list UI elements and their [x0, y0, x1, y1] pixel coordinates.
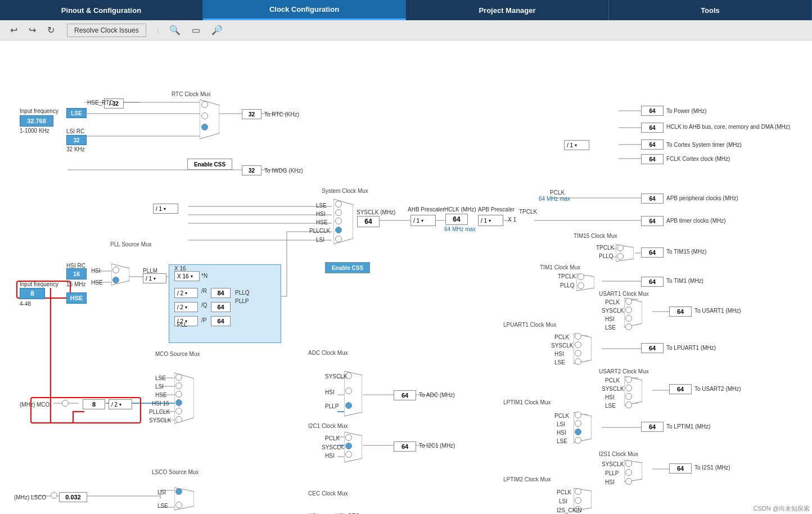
rtc-sel-lse[interactable] — [201, 112, 208, 119]
hclk-max: 64 MHz max — [444, 226, 476, 232]
rtc-sel-lsi[interactable] — [201, 124, 208, 130]
nav-project[interactable]: Project Manager — [406, 0, 609, 20]
mco-sel-hsi16[interactable] — [175, 399, 182, 406]
refresh-button[interactable]: ↻ — [44, 24, 58, 37]
nav-pinout[interactable]: Pinout & Configuration — [0, 0, 203, 20]
lsi-rc-block[interactable]: 32 — [66, 135, 87, 145]
lpuart1-sel-hsi[interactable] — [575, 350, 581, 357]
nav-tools[interactable]: Tools — [609, 0, 812, 20]
sysclk-label: SYSCLK (MHz) — [357, 209, 395, 215]
lptim1-sel-hsi[interactable] — [575, 429, 581, 435]
to-power-val: 64 — [641, 106, 664, 116]
sysclk-block[interactable]: 64 — [357, 216, 380, 227]
to-ahb-val: 64 — [641, 123, 664, 133]
sys-sel-hsi[interactable] — [335, 209, 342, 216]
tim1-sel-tpclk[interactable] — [578, 273, 584, 280]
usart1-sel-lse[interactable] — [625, 323, 632, 330]
hsi-rc-block[interactable]: 16 — [66, 268, 87, 279]
usart1-sel-sysclk[interactable] — [625, 306, 632, 313]
lpuart1-sel-sysclk[interactable] — [575, 341, 581, 348]
hse-rtc-line-label: HSE_RTC — [87, 100, 114, 106]
enable-css-top[interactable]: Enable CSS — [187, 159, 232, 170]
div1-mid-dropdown[interactable]: / 1 — [564, 140, 589, 150]
mco-sel-hse[interactable] — [175, 391, 182, 398]
input-freq-range-top: 1-1000 KHz — [20, 128, 49, 134]
input-freq-value-top[interactable]: 32.768 — [20, 115, 53, 127]
lpuart1-sel-pclk[interactable] — [575, 333, 581, 340]
usart2-sel-lse[interactable] — [625, 402, 632, 408]
lsco-sel-lsi[interactable] — [175, 488, 182, 495]
clock-config-canvas: RTC Clock Mux / 32 HSE_RTC 32 To RTC (KH… — [0, 40, 812, 514]
mco-div-dropdown[interactable]: / 2 — [109, 399, 132, 409]
adc-sel-pllp[interactable] — [345, 402, 352, 409]
enable-css-btn[interactable]: Enable CSS — [325, 262, 370, 273]
pllm-dropdown[interactable]: / 1 — [143, 273, 166, 283]
lptim2-sel-pclk[interactable] — [575, 488, 581, 495]
lptim1-value-block: 64 — [641, 422, 664, 432]
sys-sel-pllclk[interactable] — [335, 227, 342, 233]
i2c1-sel-hsi[interactable] — [345, 451, 352, 458]
lptim1-sel-lsi[interactable] — [575, 420, 581, 427]
zoom-out-button[interactable]: 🔎 — [208, 24, 226, 37]
i2c1-sel-sysclk[interactable] — [345, 443, 352, 449]
tim15-sel-pllq[interactable] — [617, 253, 624, 260]
tim15-sel-tpclk[interactable] — [617, 245, 624, 251]
hse-input-value[interactable]: 8 — [20, 288, 45, 299]
apb-timer-label: APB timer clocks (MHz) — [666, 218, 726, 224]
mco-sel-pllclk[interactable] — [175, 408, 182, 414]
tim1-sel-pllq[interactable] — [578, 282, 584, 289]
pll-sel-hsi[interactable] — [112, 267, 119, 273]
lse-block[interactable]: LSE — [66, 108, 87, 118]
pllr-div-dropdown[interactable]: / 2 — [174, 288, 198, 298]
sys-sel-lse[interactable] — [335, 201, 342, 208]
adc-sel-hsi[interactable] — [345, 387, 352, 394]
lptim2-sel-lsi[interactable] — [575, 497, 581, 504]
mco-output-sel[interactable] — [62, 400, 69, 407]
i2s1-sel-hsi[interactable] — [625, 478, 632, 485]
lptim1-sel-lse[interactable] — [575, 437, 581, 444]
pll-sel-hse[interactable] — [112, 277, 119, 283]
usart2-label: To USART2 (MHz) — [694, 386, 741, 392]
usart1-sel-pclk[interactable] — [625, 298, 632, 305]
pllq-label: /Q — [201, 302, 207, 308]
tim15-clk-mux-label: TIM15 Clock Mux — [574, 233, 617, 239]
pllr-label: /R — [201, 288, 207, 294]
zoom-in-button[interactable]: 🔍 — [166, 24, 184, 37]
usart2-sel-hsi[interactable] — [625, 393, 632, 400]
sys-sel-hse[interactable] — [335, 218, 342, 224]
redo-button[interactable]: ↪ — [25, 24, 39, 37]
lptim1-sel-pclk[interactable] — [575, 412, 581, 418]
mco-sel-lse[interactable] — [175, 374, 182, 381]
hse-block[interactable]: HSE — [66, 292, 87, 304]
lsi-rc-freq: 32 KHz — [66, 146, 85, 152]
pllr-value: 84 — [211, 288, 231, 298]
rtc-label: To RTC (KHz) — [264, 111, 299, 118]
plln-dropdown[interactable]: X 16 — [174, 271, 200, 281]
lsco-output-sel[interactable] — [51, 492, 57, 499]
hclk-block[interactable]: 64 — [445, 214, 468, 225]
lpuart1-sel-lse[interactable] — [575, 358, 581, 365]
nav-clock[interactable]: Clock Configuration — [203, 0, 406, 20]
hclk-label: HCLK (MHz) — [444, 206, 476, 213]
lsco-sel-lse[interactable] — [175, 502, 182, 508]
sys-sel-lsi[interactable] — [335, 236, 342, 242]
apb-x1: X 1 — [508, 217, 516, 223]
i2c1-sel-pclk[interactable] — [345, 434, 352, 441]
ahb-div-dropdown[interactable]: / 1 — [410, 215, 436, 226]
mco-sel-sysclk[interactable] — [175, 416, 182, 423]
apb-periph-val: 64 — [641, 193, 664, 204]
usart2-sel-sysclk[interactable] — [625, 385, 632, 391]
undo-button[interactable]: ↩ — [7, 24, 21, 37]
resolve-clock-button[interactable]: Resolve Clock Issues — [67, 24, 146, 37]
usart1-sel-hsi[interactable] — [625, 315, 632, 322]
mco-sel-lsi[interactable] — [175, 382, 182, 389]
fit-button[interactable]: ▭ — [188, 24, 204, 37]
i2s1-sel-sysclk[interactable] — [625, 460, 632, 467]
div1-top-dropdown[interactable]: / 1 — [153, 204, 178, 214]
tpclk-label: TPCLK — [519, 209, 537, 215]
i2s1-sel-pllp[interactable] — [625, 469, 632, 476]
apb-div-dropdown[interactable]: / 1 — [478, 215, 503, 226]
pllq-div-dropdown[interactable]: / 2 — [174, 302, 198, 312]
rtc-sel-hse[interactable] — [201, 101, 208, 108]
usart2-sel-pclk[interactable] — [625, 376, 632, 383]
